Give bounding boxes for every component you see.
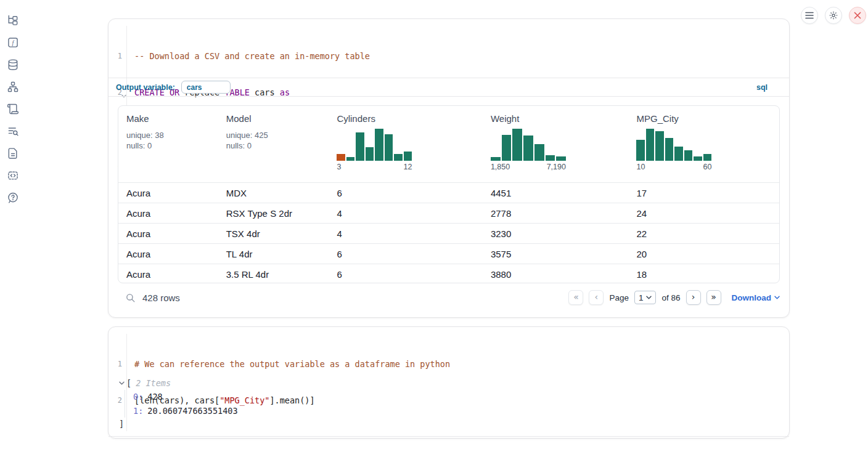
tree-entry-value: 428: [147, 392, 162, 402]
histogram-bar: [375, 129, 383, 161]
histogram-bar: [534, 144, 544, 161]
items-count-label: 2 Items: [136, 378, 171, 388]
column-header-mpg-city[interactable]: MPG_City 10 60: [628, 106, 779, 182]
hist-axis-min: 10: [636, 163, 645, 171]
table-cell: 22: [628, 229, 779, 239]
histogram-bar: [546, 155, 555, 161]
table-row[interactable]: Acura TL 4dr 6 3575 20: [118, 243, 779, 264]
column-header-weight[interactable]: Weight 1,850 7,190: [483, 106, 629, 182]
table-cell: 3880: [483, 269, 629, 280]
pagination: « ‹ Page 1 of 86 › » Download: [568, 290, 780, 305]
output-variable-label: Output variable:: [116, 83, 175, 92]
hist-axis-min: 3: [337, 163, 341, 171]
tree-children: 0: 428 1: 20.060747663551403: [125, 390, 238, 418]
code-line: -- Download a CSV and create an in-memor…: [134, 51, 789, 63]
table-cell: TL 4dr: [218, 249, 329, 259]
settings-button[interactable]: [825, 7, 842, 24]
download-button[interactable]: Download: [732, 293, 780, 302]
line-number: 1: [108, 358, 122, 371]
table-cell: 4: [329, 229, 483, 239]
last-page-button[interactable]: »: [706, 290, 721, 305]
menu-icon: [805, 12, 814, 19]
histogram-bar: [502, 135, 512, 161]
pages-total: of 86: [661, 293, 680, 302]
table-cell: MDX: [218, 188, 329, 198]
histogram-bar: [703, 154, 712, 161]
histogram-bar: [512, 129, 522, 161]
search-button[interactable]: [123, 290, 137, 305]
table-cell: 4451: [483, 188, 629, 198]
next-page-button[interactable]: ›: [686, 290, 701, 305]
cylinders-histogram: 3 12: [337, 129, 412, 171]
datasources-icon[interactable]: [6, 58, 20, 71]
topbar: [801, 7, 866, 24]
column-stat: nulls: 0: [126, 141, 218, 152]
column-header-cylinders[interactable]: Cylinders 3 12: [329, 106, 483, 182]
output-variable-row: Output variable: sql: [108, 78, 789, 97]
output-variable-input[interactable]: [181, 81, 231, 94]
table-cell: Acura: [118, 229, 218, 239]
first-page-button[interactable]: «: [568, 290, 583, 305]
tree-root[interactable]: [ 2 Items: [119, 376, 238, 390]
chevrons-right-icon: »: [711, 292, 716, 302]
documentation-icon[interactable]: [6, 147, 20, 160]
table-cell: Acura: [118, 188, 218, 198]
svg-text:f: f: [12, 39, 15, 46]
file-tree-icon[interactable]: [6, 14, 20, 27]
logs-icon[interactable]: [6, 124, 20, 138]
column-header-model[interactable]: Model unique: 425 nulls: 0: [218, 106, 329, 182]
table-cell: 17: [628, 188, 779, 198]
histogram-bar: [356, 132, 364, 161]
table-cell: 3230: [483, 229, 629, 239]
open-bracket: [: [126, 378, 131, 388]
table-cell: 24: [628, 208, 779, 219]
dependency-graph-icon[interactable]: [6, 80, 20, 94]
table-row[interactable]: Acura TSX 4dr 4 3230 22: [118, 223, 779, 243]
language-badge[interactable]: sql: [756, 83, 768, 92]
table-cell: 18: [628, 269, 779, 280]
chevrons-left-icon: «: [573, 292, 579, 302]
table-row[interactable]: Acura 3.5 RL 4dr 6 3880 18: [118, 264, 779, 283]
table-cell: Acura: [118, 208, 218, 219]
table-cell: 4: [329, 208, 483, 219]
chevron-down-icon[interactable]: [119, 381, 126, 385]
column-stat: unique: 38: [126, 131, 218, 141]
help-icon[interactable]: [6, 191, 20, 204]
output-tree: [ 2 Items 0: 428 1: 20.060747663551403 ]: [119, 376, 238, 430]
histogram-bar: [346, 157, 355, 161]
chevron-down-icon: [774, 296, 780, 299]
table-row[interactable]: Acura RSX Type S 2dr 4 2778 24: [118, 203, 779, 223]
menu-button[interactable]: [801, 7, 818, 24]
histogram-bar: [556, 156, 566, 161]
weight-histogram: 1,850 7,190: [491, 129, 566, 171]
table-cell: 20: [628, 249, 779, 259]
column-header-make[interactable]: Make unique: 38 nulls: 0: [118, 106, 218, 182]
table-row[interactable]: Acura MDX 6 4451 17: [118, 182, 779, 203]
mpg-city-histogram: 10 60: [636, 129, 711, 171]
tree-entry: 0: 428: [133, 390, 238, 404]
page-select-value: 1: [639, 293, 644, 302]
chevron-left-icon: ‹: [595, 292, 599, 302]
table-cell: 6: [329, 269, 483, 280]
scratchpad-icon[interactable]: [6, 102, 20, 116]
histogram-bar: [491, 157, 501, 161]
close-icon: [854, 12, 861, 19]
hist-axis-max: 12: [403, 163, 412, 171]
table-cell: Acura: [118, 249, 218, 259]
hist-axis-max: 7,190: [547, 163, 566, 171]
table-cell: 6: [329, 249, 483, 259]
histogram-bar: [655, 131, 664, 161]
histogram-bar: [404, 152, 412, 161]
snippets-icon[interactable]: [6, 169, 20, 182]
hist-axis-min: 1,850: [491, 163, 510, 171]
functions-icon[interactable]: f: [6, 36, 20, 49]
histogram-bar: [385, 134, 393, 161]
table-cell: TSX 4dr: [218, 229, 329, 239]
chevron-right-icon: ›: [692, 292, 695, 302]
tree-entry-value: 20.060747663551403: [147, 406, 237, 416]
shutdown-button[interactable]: [849, 7, 866, 24]
page-select[interactable]: 1: [634, 291, 657, 304]
chevron-down-icon: [646, 296, 652, 299]
prev-page-button[interactable]: ‹: [589, 290, 604, 305]
histogram-bar: [337, 154, 345, 161]
